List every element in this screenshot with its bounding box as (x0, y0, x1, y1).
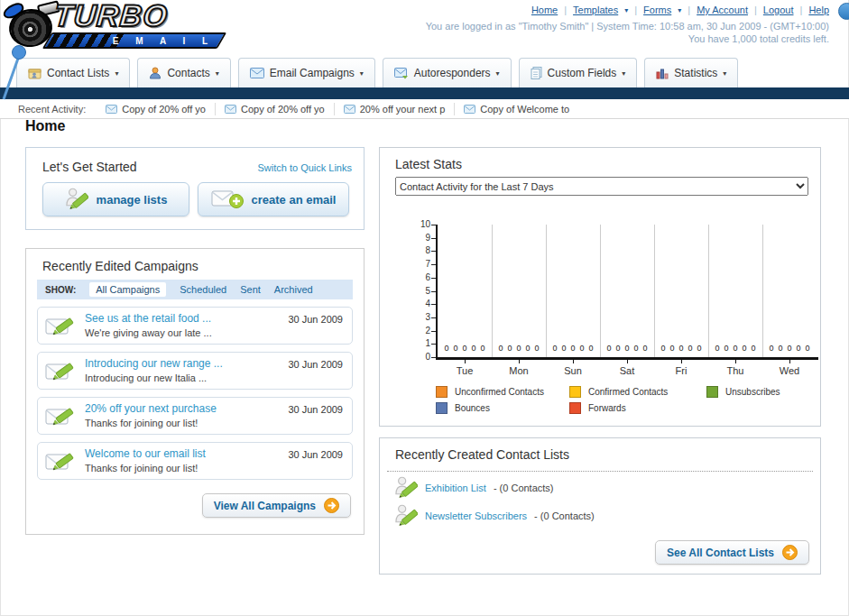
stats-period-select[interactable]: Contact Activity for the Last 7 Days (395, 177, 808, 196)
campaign-row[interactable]: See us at the retail food ... We're givi… (37, 307, 353, 345)
envelope-edit-icon (45, 404, 76, 432)
y-axis-tick-label: 1 (411, 338, 430, 348)
recent-activity-item[interactable]: Copy of 20% off yo (97, 103, 216, 115)
tab-label: Custom Fields (548, 67, 617, 79)
autoresponders-icon (394, 68, 409, 79)
recent-activity-item[interactable]: 20% off your next p (335, 103, 456, 115)
chevron-down-icon: ▾ (624, 6, 628, 14)
see-all-contact-lists-label: See All Contact Lists (667, 547, 774, 559)
y-axis-tick-label: 0 (411, 352, 430, 362)
navy-divider-bar (0, 87, 849, 99)
x-axis-tick-label: Sun (546, 365, 600, 376)
x-axis-tick-label: Thu (708, 365, 762, 376)
y-axis-tick (431, 251, 436, 252)
view-all-campaigns-button[interactable]: View All Campaigns (202, 493, 351, 518)
create-email-button[interactable]: create an email (198, 182, 349, 216)
legend-label: Unsubscribes (725, 387, 780, 397)
tab-email-campaigns[interactable]: Email Campaigns ▾ (238, 58, 375, 87)
help-bubble-icon[interactable] (838, 3, 849, 20)
turbo-email-home-page: TURBO E M A I L Home | Templates ▾ | For… (0, 0, 849, 616)
legend-item: Bounces (436, 402, 569, 414)
email-campaigns-icon (250, 68, 264, 78)
envelope-edit-icon (45, 359, 76, 387)
recent-activity-item[interactable]: Copy of Welcome to (455, 103, 578, 115)
campaign-date: 30 Jun 2009 (288, 404, 343, 415)
y-axis-tick (431, 225, 436, 225)
campaign-subtitle: Thanks for joining our list! (85, 463, 198, 473)
nav-link-forms[interactable]: Forms (643, 5, 671, 15)
bar-value-label: 0 (606, 344, 611, 353)
campaign-row[interactable]: 20% off your next purchase Thanks for jo… (37, 397, 353, 435)
campaign-row[interactable]: Welcome to our email list Thanks for joi… (37, 442, 353, 480)
envelope-icon (464, 105, 475, 114)
get-started-title: Let's Get Started (42, 160, 137, 174)
y-axis-tick (431, 304, 436, 305)
y-axis-tick-label: 8 (411, 245, 430, 255)
campaign-subtitle: Thanks for joining our list! (85, 418, 198, 428)
tab-contacts[interactable]: Contacts ▾ (137, 58, 230, 87)
campaign-title-link[interactable]: Introducing our new range ... (85, 357, 223, 370)
dotted-divider (387, 471, 813, 472)
contact-list-item: Exhibition List - (0 Contacts) (394, 475, 554, 501)
legend-label: Forwards (588, 403, 626, 413)
legend-swatch (436, 386, 448, 398)
chart-group-separator (492, 225, 493, 357)
tab-label: Statistics (674, 67, 717, 79)
main-tabbar: Contact Lists ▾ Contacts ▾ Email Campaig… (16, 58, 738, 87)
contact-list-link[interactable]: Newsletter Subscribers (425, 510, 527, 521)
bar-value-labels: 00000 (438, 342, 492, 354)
chart-group-separator (708, 225, 709, 357)
manage-lists-button[interactable]: manage lists (42, 182, 189, 216)
bar-value-label: 0 (507, 344, 512, 353)
contact-list-link[interactable]: Exhibition List (425, 483, 486, 493)
campaign-title-link[interactable]: Welcome to our email list (85, 447, 206, 460)
nav-link-my-account[interactable]: My Account (697, 5, 748, 15)
contact-lists-icon (28, 67, 42, 79)
tab-label: Contact Lists (47, 67, 109, 79)
recent-activity-item[interactable]: Copy of 20% off yo (216, 103, 335, 115)
show-label: SHOW: (45, 285, 76, 295)
recently-edited-campaigns-panel: Recently Edited Campaigns SHOW: All Camp… (25, 248, 365, 535)
y-axis-tick (431, 264, 436, 265)
y-axis-tick (431, 331, 436, 332)
recent-activity-label: Recent Activity: (18, 104, 86, 115)
legend-label: Bounces (455, 403, 490, 413)
nav-link-help[interactable]: Help (808, 5, 829, 15)
arrow-right-icon (324, 498, 339, 513)
bar-value-label: 0 (634, 344, 639, 353)
envelope-icon (106, 105, 117, 114)
nav-link-home[interactable]: Home (531, 5, 558, 15)
see-all-contact-lists-button[interactable]: See All Contact Lists (655, 540, 809, 565)
tab-contact-lists[interactable]: Contact Lists ▾ (16, 58, 130, 87)
nav-separator: | (634, 5, 637, 15)
tab-statistics[interactable]: Statistics ▾ (644, 58, 738, 87)
bar-value-label: 0 (472, 344, 476, 353)
tab-autoresponders[interactable]: Autoresponders ▾ (383, 58, 512, 87)
person-edit-icon (65, 187, 88, 212)
bar-value-labels: 00000 (708, 342, 762, 354)
bar-value-labels: 00000 (546, 342, 600, 354)
filter-sent[interactable]: Sent (240, 284, 261, 295)
campaign-title-link[interactable]: See us at the retail food ... (85, 312, 211, 325)
campaign-row[interactable]: Introducing our new range ... Introducin… (37, 352, 353, 390)
contacts-icon (149, 67, 161, 79)
filter-all-campaigns[interactable]: All Campaigns (89, 282, 166, 297)
chart-group-separator (546, 225, 547, 357)
recently-created-contact-lists-panel: Recently Created Contact Lists Exhibitio… (379, 437, 821, 575)
bar-value-label: 0 (743, 344, 747, 353)
campaign-title-link[interactable]: 20% off your next purchase (85, 402, 217, 415)
chevron-down-icon: ▾ (622, 69, 625, 78)
activity-item-text: Copy of 20% off yo (241, 104, 325, 115)
nav-link-templates[interactable]: Templates (573, 5, 618, 15)
legend-label: Confirmed Contacts (588, 387, 668, 397)
chart-group-separator (600, 225, 601, 357)
filter-archived[interactable]: Archived (274, 284, 313, 295)
bar-value-label: 0 (660, 344, 665, 353)
filter-scheduled[interactable]: Scheduled (180, 284, 226, 295)
campaigns-panel-title: Recently Edited Campaigns (42, 259, 198, 273)
x-axis-tick (735, 360, 736, 363)
bar-value-label: 0 (797, 344, 801, 353)
tab-custom-fields[interactable]: Custom Fields ▾ (519, 58, 638, 87)
switch-to-quick-links[interactable]: Switch to Quick Links (257, 162, 352, 173)
nav-link-logout[interactable]: Logout (763, 5, 794, 15)
